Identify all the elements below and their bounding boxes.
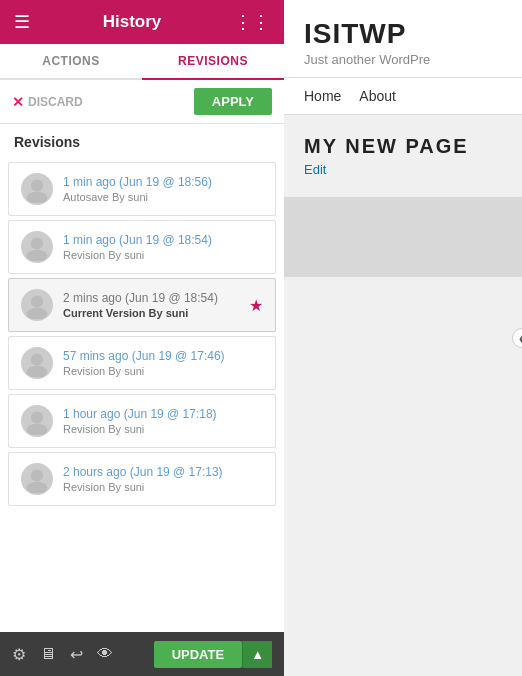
tab-revisions[interactable]: REVISIONS	[142, 44, 284, 80]
wp-navigation: Home About	[284, 78, 522, 115]
revisions-label: Revisions	[0, 124, 284, 158]
revision-item[interactable]: 2 mins ago (Jun 19 @ 18:54) Current Vers…	[8, 278, 276, 332]
svg-point-1	[27, 192, 48, 203]
grid-icon[interactable]: ⋮⋮	[234, 11, 270, 33]
site-title: ISITWP	[304, 18, 502, 50]
nav-item-home[interactable]: Home	[304, 88, 341, 104]
update-wrapper: UPDATE ▲	[154, 641, 272, 668]
svg-point-5	[27, 308, 48, 319]
update-arrow-button[interactable]: ▲	[242, 641, 272, 668]
svg-point-7	[27, 366, 48, 377]
bottom-bar: ⚙ 🖥 ↩ 👁 UPDATE ▲	[0, 632, 284, 676]
svg-point-2	[31, 237, 43, 249]
left-panel: ☰ History ⋮⋮ ACTIONS REVISIONS ✕ DISCARD…	[0, 0, 284, 676]
svg-point-0	[31, 179, 43, 191]
grey-area	[284, 197, 522, 277]
user-avatar	[21, 173, 53, 205]
revision-item[interactable]: 1 min ago (Jun 19 @ 18:56) Autosave By s…	[8, 162, 276, 216]
nav-item-about[interactable]: About	[359, 88, 396, 104]
svg-point-9	[27, 424, 48, 435]
history-header: ☰ History ⋮⋮	[0, 0, 284, 44]
svg-point-4	[31, 295, 43, 307]
user-avatar	[21, 347, 53, 379]
site-tagline: Just another WordPre	[304, 52, 502, 67]
revision-time: 2 mins ago (Jun 19 @ 18:54)	[63, 291, 263, 305]
undo-icon[interactable]: ↩	[70, 645, 83, 664]
revision-info: 2 mins ago (Jun 19 @ 18:54) Current Vers…	[63, 291, 263, 319]
star-icon: ★	[249, 296, 263, 315]
svg-point-10	[31, 469, 43, 481]
wp-content-area: MY NEW PAGE Edit	[284, 115, 522, 197]
revision-time: 1 min ago (Jun 19 @ 18:56)	[63, 175, 263, 189]
tabs-bar: ACTIONS REVISIONS	[0, 44, 284, 80]
page-title: MY NEW PAGE	[304, 135, 502, 158]
user-avatar	[21, 463, 53, 495]
revision-time: 2 hours ago (Jun 19 @ 17:13)	[63, 465, 263, 479]
revision-time: 1 min ago (Jun 19 @ 18:54)	[63, 233, 263, 247]
revision-info: 1 min ago (Jun 19 @ 18:56) Autosave By s…	[63, 175, 263, 203]
revision-time: 57 mins ago (Jun 19 @ 17:46)	[63, 349, 263, 363]
revision-by: Autosave By suni	[63, 191, 263, 203]
revision-info: 2 hours ago (Jun 19 @ 17:13) Revision By…	[63, 465, 263, 493]
svg-point-8	[31, 411, 43, 423]
discard-x-icon: ✕	[12, 94, 24, 110]
revisions-list: 1 min ago (Jun 19 @ 18:56) Autosave By s…	[0, 158, 284, 632]
revision-by: Revision By suni	[63, 249, 263, 261]
revision-info: 1 min ago (Jun 19 @ 18:54) Revision By s…	[63, 233, 263, 261]
revision-by: Current Version By suni	[63, 307, 263, 319]
wp-site-header: ISITWP Just another WordPre	[284, 0, 522, 78]
edit-link[interactable]: Edit	[304, 162, 502, 177]
menu-icon[interactable]: ☰	[14, 11, 30, 33]
discard-label: DISCARD	[28, 95, 83, 109]
toggle-arrow-button[interactable]: ❮	[512, 328, 522, 348]
svg-point-3	[27, 250, 48, 261]
revision-time: 1 hour ago (Jun 19 @ 17:18)	[63, 407, 263, 421]
monitor-icon[interactable]: 🖥	[40, 645, 56, 663]
revision-item[interactable]: 57 mins ago (Jun 19 @ 17:46) Revision By…	[8, 336, 276, 390]
update-button[interactable]: UPDATE	[154, 641, 242, 668]
user-avatar	[21, 231, 53, 263]
revision-item[interactable]: 1 min ago (Jun 19 @ 18:54) Revision By s…	[8, 220, 276, 274]
revision-by: Revision By suni	[63, 423, 263, 435]
right-panel: ISITWP Just another WordPre Home About M…	[284, 0, 522, 676]
user-avatar	[21, 289, 53, 321]
revision-by: Revision By suni	[63, 481, 263, 493]
tab-actions[interactable]: ACTIONS	[0, 44, 142, 78]
svg-point-6	[31, 353, 43, 365]
user-avatar	[21, 405, 53, 437]
revision-item[interactable]: 2 hours ago (Jun 19 @ 17:13) Revision By…	[8, 452, 276, 506]
revision-info: 1 hour ago (Jun 19 @ 17:18) Revision By …	[63, 407, 263, 435]
apply-button[interactable]: APPLY	[194, 88, 272, 115]
settings-icon[interactable]: ⚙	[12, 645, 26, 664]
header-title: History	[30, 12, 234, 32]
revision-item[interactable]: 1 hour ago (Jun 19 @ 17:18) Revision By …	[8, 394, 276, 448]
revision-info: 57 mins ago (Jun 19 @ 17:46) Revision By…	[63, 349, 263, 377]
discard-button[interactable]: ✕ DISCARD	[12, 94, 83, 110]
eye-icon[interactable]: 👁	[97, 645, 113, 663]
actions-bar: ✕ DISCARD APPLY	[0, 80, 284, 124]
revision-by: Revision By suni	[63, 365, 263, 377]
svg-point-11	[27, 482, 48, 493]
